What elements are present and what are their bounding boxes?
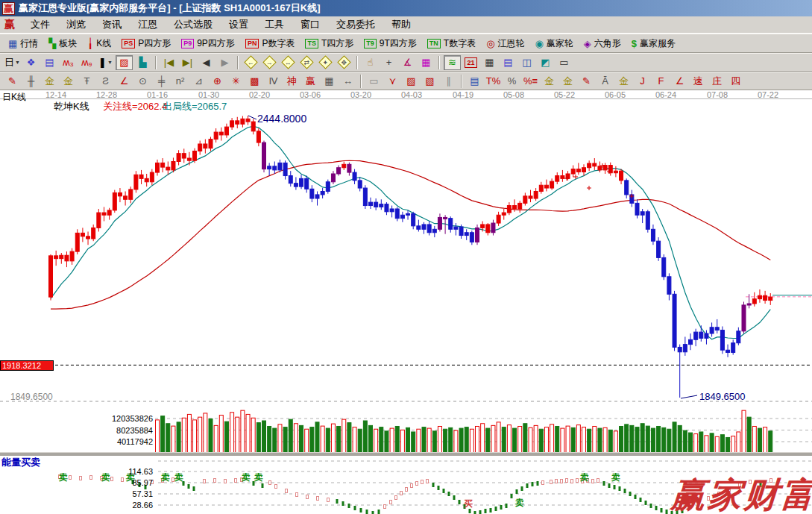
toolbar-button-t-percent-tool[interactable]: T% bbox=[485, 74, 502, 89]
menu-item-6[interactable]: 工具 bbox=[256, 16, 292, 33]
pane-separator[interactable] bbox=[0, 452, 812, 456]
toolbar-button-angle-tool[interactable]: ∡ bbox=[399, 55, 416, 70]
toolbar-button-box-select-tool[interactable]: ▭ bbox=[365, 74, 383, 89]
toolbar-button-single-candle[interactable]: ❚▼ bbox=[97, 55, 114, 70]
menu-item-5[interactable]: 设置 bbox=[221, 16, 256, 33]
toolbar-button-next-candle[interactable]: ▶ bbox=[216, 55, 233, 70]
toolbar-button-arc-tool[interactable]: Ā bbox=[597, 74, 614, 89]
toolbar-button-spiderweb-tool[interactable]: ▩ bbox=[246, 74, 263, 89]
toolbar-button-protractor-tool[interactable]: ⊿ bbox=[190, 74, 207, 89]
toolbar-button-j-line-tool[interactable]: J bbox=[634, 74, 651, 89]
toolbar-button-winner-service[interactable]: $赢家服务 bbox=[626, 35, 681, 51]
toolbar-button-winner-wheel[interactable]: ◉赢家轮 bbox=[529, 35, 578, 51]
menu-item-4[interactable]: 公式选股 bbox=[166, 16, 221, 33]
toolbar-button-percent-panel-tool[interactable]: ▤ bbox=[466, 74, 483, 89]
toolbar-button-color-chart[interactable]: ▙ bbox=[134, 55, 151, 70]
toolbar-button-hexagon[interactable]: ◈六角形 bbox=[579, 35, 626, 51]
toolbar-button-ying-tool[interactable]: 赢 bbox=[302, 74, 319, 89]
toolbar-button-ruler-tool[interactable]: ╪ bbox=[153, 74, 170, 89]
toolbar-button-parallel-tool[interactable]: ∥ bbox=[440, 74, 457, 89]
toolbar-button-si-line-tool[interactable]: 四 bbox=[727, 74, 744, 89]
toolbar-button-hand-tool[interactable]: ☝ bbox=[362, 55, 379, 70]
toolbar-button-starburst-tool[interactable]: ✳ bbox=[227, 74, 245, 89]
toolbar-button-gold-grid-tool[interactable]: 金 bbox=[41, 74, 58, 89]
toolbar-button-9t-square[interactable]: T99T四方形 bbox=[359, 35, 422, 51]
menu-item-7[interactable]: 窗口 bbox=[292, 16, 328, 33]
toolbar-button-percent-lines-tool[interactable]: %≡ bbox=[522, 74, 539, 89]
indicator-marks: 卖卖卖卖卖卖卖卖卖卖买 bbox=[58, 472, 772, 514]
menu-item-3[interactable]: 江恩 bbox=[130, 16, 166, 33]
toolbar-button-kline[interactable]: ╽K线 bbox=[82, 35, 116, 51]
watermark: 赢家财富网 bbox=[670, 472, 812, 514]
toolbar-button-t-square[interactable]: TST四方形 bbox=[300, 35, 359, 51]
kline-chart-canvas[interactable]: 卖卖卖卖卖卖卖卖卖卖买 bbox=[0, 90, 812, 514]
toolbar-button-ruler123-tool[interactable]: ▦ bbox=[321, 74, 338, 89]
toolbar-button-brush-angle-tool[interactable]: ✎ bbox=[578, 74, 595, 89]
toolbar-button-p-square[interactable]: PSP四方形 bbox=[116, 35, 176, 51]
toolbar-button-qiankun-toggle[interactable]: ▨ bbox=[116, 55, 133, 70]
toolbar-button-expand-horizontal[interactable]: ↔ bbox=[280, 55, 297, 70]
toolbar-button-shen-tool[interactable]: 神 bbox=[283, 74, 300, 89]
toolbar-button-first-page[interactable]: |◀ bbox=[160, 55, 177, 70]
toolbar-button-zhuang-line-tool[interactable]: 庄 bbox=[708, 74, 726, 89]
toolbar-button-bow-tool[interactable]: Ƨ bbox=[97, 74, 114, 89]
menu-item-8[interactable]: 交易委托 bbox=[328, 16, 383, 33]
toolbar-button-save-export[interactable]: ◩ bbox=[537, 55, 554, 70]
toolbar-button-sectors[interactable]: ▚板块 bbox=[43, 35, 82, 51]
9p-square-label: 9P四方形 bbox=[197, 37, 235, 50]
toolbar-button-9p-square[interactable]: P99P四方形 bbox=[176, 35, 240, 51]
toolbar-button-circle-cross-tool[interactable]: ⊕ bbox=[209, 74, 226, 89]
toolbar-button-pen-angle-tool[interactable]: ∠ bbox=[116, 74, 133, 89]
toolbar-button-grid-tool[interactable]: ╫ bbox=[22, 74, 40, 89]
toolbar-button-notes[interactable]: ▤ bbox=[500, 55, 517, 70]
circle-clock-tool-icon: ⊙ bbox=[139, 75, 147, 87]
toolbar-button-f-grid-tool[interactable]: Ŧ bbox=[78, 74, 95, 89]
toolbar-button-gold-grid2-tool[interactable]: 金 bbox=[60, 74, 77, 89]
toolbar-button-save[interactable]: ◫ bbox=[518, 55, 535, 70]
toolbar-button-gann-wheel[interactable]: ◎江恩轮 bbox=[481, 35, 529, 51]
toolbar-button-prev-candle[interactable]: ◀ bbox=[198, 55, 215, 70]
toolbar-button-percent-tool[interactable]: % bbox=[503, 74, 520, 89]
toolbar-button-chart-pattern[interactable]: ❖ bbox=[22, 55, 40, 70]
toolbar-button-kn-tool[interactable]: Ⅳ bbox=[265, 74, 282, 89]
toolbar-button-angle-line-tool[interactable]: ∠ bbox=[671, 74, 688, 89]
menu-item-2[interactable]: 资讯 bbox=[94, 16, 130, 33]
toolbar-button-period-day[interactable]: 日▼ bbox=[4, 55, 21, 70]
toolbar-button-wave-3[interactable]: ʍ₃ bbox=[60, 55, 77, 70]
toolbar-separator bbox=[360, 75, 362, 88]
toolbar-button-print[interactable]: ▭ bbox=[556, 55, 573, 70]
toolbar-button-shift-left[interactable]: ← bbox=[242, 55, 259, 70]
toolbar-button-crosshair-tool[interactable]: + bbox=[380, 55, 397, 70]
toolbar-button-gold-circle-tool[interactable]: 金 bbox=[541, 74, 558, 89]
toolbar-button-grid-pattern-tool[interactable]: ▧ bbox=[421, 74, 438, 89]
toolbar-button-box-tool[interactable]: ▦ bbox=[418, 55, 435, 70]
toolbar-button-pen-tool[interactable]: ✎ bbox=[4, 74, 21, 89]
toolbar-button-wave-9[interactable]: ʍ₉ bbox=[78, 55, 95, 70]
toolbar-button-quotes[interactable]: ▦行情 bbox=[3, 35, 43, 51]
toolbar-button-calendar-21[interactable]: 21 bbox=[462, 55, 479, 70]
toolbar-button-fit-screen[interactable]: ✦ bbox=[317, 55, 334, 70]
toolbar-button-rays-tool[interactable]: ⋎ bbox=[384, 74, 401, 89]
toolbar-button-calculator[interactable]: ▦ bbox=[481, 55, 498, 70]
toolbar-button-circle-clock-tool[interactable]: ⊙ bbox=[134, 74, 151, 89]
menu-item-0[interactable]: 文件 bbox=[22, 16, 58, 33]
toolbar-button-gold-lines-tool[interactable]: 金 bbox=[559, 74, 576, 89]
toolbar-button-p-digit-table[interactable]: PNP数字表 bbox=[240, 35, 300, 51]
menu-item-9[interactable]: 帮助 bbox=[383, 16, 419, 33]
toolbar-button-last-page[interactable]: ▶| bbox=[179, 55, 196, 70]
t-square-label: T四方形 bbox=[321, 37, 353, 50]
toolbar-button-wave-analysis[interactable]: ≋ bbox=[444, 55, 461, 70]
toolbar-button-f-line-tool[interactable]: F bbox=[652, 74, 670, 89]
watch-line-label: 关注线=2062.4 bbox=[103, 100, 167, 113]
toolbar-button-info-panel[interactable]: ▤ bbox=[41, 55, 58, 70]
toolbar-button-width-arrows-tool[interactable]: ↔ bbox=[339, 74, 356, 89]
toolbar-button-compress-horizontal[interactable]: ⇄ bbox=[298, 55, 315, 70]
toolbar-button-circle-pattern-tool[interactable]: ▨ bbox=[403, 74, 420, 89]
menu-item-1[interactable]: 浏览 bbox=[58, 16, 94, 33]
toolbar-button-n2-tool[interactable]: n² bbox=[171, 74, 189, 89]
toolbar-button-gold-angle-tool[interactable]: 金 bbox=[615, 74, 632, 89]
toolbar-button-shift-right[interactable]: → bbox=[261, 55, 278, 70]
toolbar-button-expand-all[interactable]: ✥ bbox=[336, 55, 353, 70]
toolbar-button-t-digit-table[interactable]: TNT数字表 bbox=[422, 35, 481, 51]
toolbar-button-speed-line-tool[interactable]: 速 bbox=[690, 74, 707, 89]
